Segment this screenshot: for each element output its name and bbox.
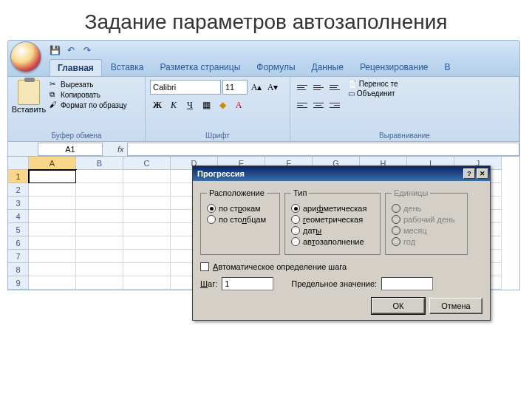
legend-type: Тип xyxy=(291,188,309,197)
row-header[interactable]: 6 xyxy=(8,236,29,250)
cell[interactable] xyxy=(29,170,76,183)
cell[interactable] xyxy=(76,236,123,250)
dialog-titlebar[interactable]: Прогрессия ? ✕ xyxy=(193,166,490,181)
cell[interactable] xyxy=(76,263,123,276)
grow-font-button[interactable]: A▴ xyxy=(249,80,264,95)
row-header[interactable]: 8 xyxy=(8,263,29,276)
cell[interactable] xyxy=(29,197,76,210)
cell[interactable] xyxy=(76,223,123,236)
cell[interactable] xyxy=(76,183,123,197)
cell[interactable] xyxy=(29,236,76,250)
row-header[interactable]: 9 xyxy=(8,276,29,290)
undo-icon[interactable]: ↶ xyxy=(64,44,78,57)
cell[interactable] xyxy=(76,210,123,223)
radio-autofill[interactable]: автозаполнение xyxy=(291,237,374,246)
col-header[interactable]: A xyxy=(29,157,76,170)
cell[interactable] xyxy=(76,170,123,183)
checkbox-auto-step[interactable]: Автоматическое определение шага xyxy=(200,262,482,271)
formula-bar-row: fx xyxy=(7,142,520,157)
cell[interactable] xyxy=(123,223,171,236)
office-button[interactable] xyxy=(10,41,41,72)
align-center-button[interactable] xyxy=(311,98,326,112)
radio-arithmetic[interactable]: арифметическая xyxy=(291,204,374,213)
format-painter-button[interactable]: 🖌Формат по образцу xyxy=(50,100,127,109)
radio-icon xyxy=(392,237,400,246)
cell[interactable] xyxy=(29,210,76,223)
cell[interactable] xyxy=(123,210,171,223)
underline-button[interactable]: Ч xyxy=(183,98,197,112)
borders-button[interactable]: ▦ xyxy=(199,98,214,112)
group-font: A▴ A▾ Ж К Ч ▦ ◆ A Шрифт xyxy=(146,77,290,141)
tab-page-layout[interactable]: Разметка страницы xyxy=(152,59,248,76)
tab-insert[interactable]: Вставка xyxy=(103,59,151,76)
radio-by-rows[interactable]: по строкам xyxy=(207,204,273,213)
radio-dates[interactable]: даты xyxy=(291,226,374,235)
cell[interactable] xyxy=(76,250,123,263)
italic-button[interactable]: К xyxy=(166,98,181,112)
row-header[interactable]: 4 xyxy=(8,210,29,223)
row-header[interactable]: 3 xyxy=(8,197,29,210)
title-bar: 💾 ↶ ↷ xyxy=(7,40,520,59)
cell[interactable] xyxy=(29,183,76,197)
select-all-corner[interactable] xyxy=(8,157,29,170)
align-top-button[interactable] xyxy=(295,80,310,95)
shrink-font-button[interactable]: A▾ xyxy=(265,80,280,95)
align-middle-button[interactable] xyxy=(311,80,326,95)
row-header[interactable]: 1 xyxy=(8,170,29,183)
cell[interactable] xyxy=(123,263,171,276)
cell[interactable] xyxy=(123,170,171,183)
row-header[interactable]: 5 xyxy=(8,223,29,236)
font-color-button[interactable]: A xyxy=(231,98,246,112)
ok-button[interactable]: ОК xyxy=(372,298,425,314)
cell[interactable] xyxy=(123,183,171,197)
redo-icon[interactable]: ↷ xyxy=(81,44,94,57)
tab-review[interactable]: Рецензирование xyxy=(352,59,436,76)
radio-geometric[interactable]: геометрическая xyxy=(291,215,374,224)
name-box[interactable] xyxy=(38,143,103,156)
wrap-text-button[interactable]: 📄 Перенос те xyxy=(348,80,398,88)
cell[interactable] xyxy=(76,276,123,290)
cancel-button[interactable]: Отмена xyxy=(429,298,482,314)
checkbox-icon xyxy=(200,262,209,271)
cell[interactable] xyxy=(29,263,76,276)
copy-button[interactable]: ⧉Копировать xyxy=(50,90,127,99)
align-bottom-button[interactable] xyxy=(327,80,342,95)
cell[interactable] xyxy=(123,197,171,210)
paste-button[interactable]: Вставить xyxy=(13,80,45,114)
cut-button[interactable]: ✂Вырезать xyxy=(50,80,127,89)
row-header[interactable]: 2 xyxy=(8,183,29,197)
cell[interactable] xyxy=(29,276,76,290)
fx-icon[interactable]: fx xyxy=(117,145,124,154)
cell[interactable] xyxy=(123,250,171,263)
merge-button[interactable]: ▭ Объединит xyxy=(348,89,398,98)
col-header[interactable]: C xyxy=(123,157,171,170)
align-left-button[interactable] xyxy=(295,98,310,112)
bold-button[interactable]: Ж xyxy=(150,98,165,112)
help-button[interactable]: ? xyxy=(463,168,475,179)
ribbon: Вставить ✂Вырезать ⧉Копировать 🖌Формат п… xyxy=(7,77,520,142)
tab-formulas[interactable]: Формулы xyxy=(249,59,302,76)
tab-view[interactable]: В xyxy=(437,59,458,76)
radio-by-columns[interactable]: по столбцам xyxy=(207,215,273,224)
align-right-button[interactable] xyxy=(327,98,342,112)
save-icon[interactable]: 💾 xyxy=(48,44,61,57)
cell[interactable] xyxy=(76,197,123,210)
close-button[interactable]: ✕ xyxy=(477,168,488,179)
cell[interactable] xyxy=(123,276,171,290)
font-name-combo[interactable] xyxy=(150,80,221,95)
legend-location: Расположение xyxy=(207,188,267,197)
step-input[interactable] xyxy=(222,277,273,290)
fieldset-type: Тип арифметическая геометрическая даты а… xyxy=(284,188,381,255)
cell[interactable] xyxy=(29,223,76,236)
formula-bar[interactable] xyxy=(127,143,519,156)
limit-input[interactable] xyxy=(381,277,433,290)
col-header[interactable]: B xyxy=(76,157,123,170)
progression-dialog: Прогрессия ? ✕ Расположение по строкам п… xyxy=(192,166,491,321)
cell[interactable] xyxy=(29,250,76,263)
tab-home[interactable]: Главная xyxy=(50,59,102,76)
row-header[interactable]: 7 xyxy=(8,250,29,263)
cell[interactable] xyxy=(123,236,171,250)
font-size-combo[interactable] xyxy=(222,80,248,95)
fill-color-button[interactable]: ◆ xyxy=(215,98,230,112)
tab-data[interactable]: Данные xyxy=(304,59,351,76)
